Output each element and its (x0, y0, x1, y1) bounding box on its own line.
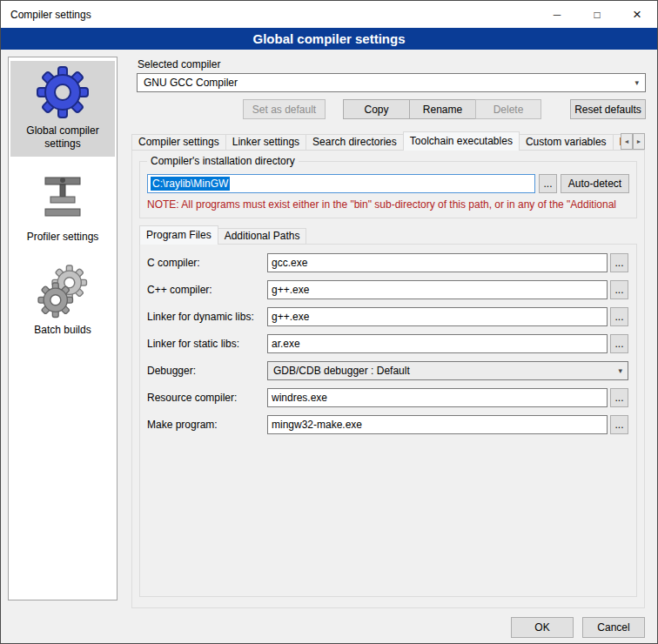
sidebar-item-profiler-settings[interactable]: Profiler settings (10, 167, 115, 250)
settings-category-list: Global compiler settings Profiler settin… (8, 57, 118, 600)
resource-compiler-row: Resource compiler: ... (147, 388, 628, 407)
debugger-row: Debugger: GDB/CDB debugger : Default ▾ (147, 361, 628, 380)
copy-button[interactable]: Copy (343, 99, 410, 119)
title-bar: Compiler settings ─ □ × (1, 1, 657, 28)
tab-scroll-left-button[interactable]: ◄ (621, 133, 633, 150)
sidebar-item-label: Profiler settings (12, 231, 113, 244)
resource-compiler-label: Resource compiler: (147, 392, 267, 404)
bin-subdirectory-note: NOTE: All programs must exist either in … (147, 198, 635, 211)
linker-static-row: Linker for static libs: ... (147, 334, 628, 353)
delete-button[interactable]: Delete (475, 99, 541, 119)
linker-dynamic-row: Linker for dynamic libs: ... (147, 307, 628, 326)
tab-search-directories[interactable]: Search directories (306, 134, 404, 151)
set-as-default-button[interactable]: Set as default (243, 99, 326, 119)
autodetect-button[interactable]: Auto-detect (561, 174, 629, 193)
make-program-browse-button[interactable]: ... (610, 415, 628, 434)
make-program-label: Make program: (147, 419, 267, 431)
cpp-compiler-row: C++ compiler: ... (147, 280, 628, 299)
arrow-left-icon: ◄ (624, 138, 630, 144)
maximize-button[interactable]: □ (577, 1, 617, 28)
reset-defaults-button[interactable]: Reset defaults (570, 99, 646, 119)
close-icon: × (633, 7, 641, 22)
installation-directory-group: Compiler's installation directory C:\ray… (139, 161, 637, 218)
resource-compiler-browse-button[interactable]: ... (610, 388, 628, 407)
window-title: Compiler settings (1, 9, 91, 21)
cpp-compiler-label: C++ compiler: (147, 284, 267, 296)
linker-static-label: Linker for static libs: (147, 338, 267, 350)
linker-dynamic-label: Linker for dynamic libs: (147, 311, 267, 323)
resource-compiler-input[interactable] (267, 388, 608, 407)
tab-toolchain-executables[interactable]: Toolchain executables (403, 131, 520, 151)
sidebar-item-global-compiler-settings[interactable]: Global compiler settings (10, 61, 115, 157)
cancel-button[interactable]: Cancel (582, 617, 645, 638)
installation-directory-group-label: Compiler's installation directory (147, 155, 299, 167)
debugger-label: Debugger: (147, 365, 267, 377)
installation-directory-row: C:\raylib\MinGW ... Auto-detect (147, 174, 629, 193)
maximize-icon: □ (594, 10, 600, 20)
linker-dynamic-input[interactable] (267, 307, 608, 326)
window-controls: ─ □ × (537, 1, 657, 28)
linker-dynamic-browse-button[interactable]: ... (610, 307, 628, 326)
sidebar-item-label: Global compiler settings (12, 124, 113, 151)
linker-static-browse-button[interactable]: ... (610, 334, 628, 353)
cpp-compiler-browse-button[interactable]: ... (610, 280, 628, 299)
batch-builds-gears-icon (35, 264, 91, 319)
minimize-button[interactable]: ─ (537, 1, 577, 28)
tab-custom-variables[interactable]: Custom variables (519, 134, 614, 151)
install-dir-selected-text: C:\raylib\MinGW (151, 177, 230, 191)
cpp-compiler-input[interactable] (267, 280, 608, 299)
program-files-panel: C compiler: ... C++ compiler: ... Linker… (139, 244, 637, 597)
tab-program-files[interactable]: Program Files (139, 225, 218, 245)
tab-scroll-right-button[interactable]: ► (633, 133, 645, 150)
ok-button[interactable]: OK (511, 617, 574, 638)
sidebar-item-label: Batch builds (12, 324, 113, 337)
install-dir-browse-button[interactable]: ... (539, 174, 557, 193)
settings-tab-strip: Compiler settings Linker settings Search… (131, 131, 622, 151)
selected-compiler-label: Selected compiler (138, 58, 220, 70)
c-compiler-browse-button[interactable]: ... (610, 253, 628, 272)
page-title: Global compiler settings (1, 28, 657, 50)
minimize-icon: ─ (554, 10, 561, 20)
debugger-value: GDB/CDB debugger : Default (273, 365, 410, 377)
chevron-down-icon: ▾ (634, 78, 639, 87)
rename-button[interactable]: Rename (409, 99, 476, 119)
sidebar-item-batch-builds[interactable]: Batch builds (10, 260, 115, 343)
tab-compiler-settings[interactable]: Compiler settings (131, 134, 226, 151)
c-compiler-label: C compiler: (147, 257, 267, 269)
profiler-clamp-icon (35, 171, 91, 226)
install-dir-input[interactable]: C:\raylib\MinGW (147, 174, 535, 193)
program-files-form: C compiler: ... C++ compiler: ... Linker… (147, 253, 628, 442)
chevron-down-icon: ▾ (618, 366, 622, 375)
close-button[interactable]: × (617, 1, 657, 28)
compiler-settings-window: Compiler settings ─ □ × Global compiler … (0, 0, 658, 644)
selected-compiler-dropdown[interactable]: GNU GCC Compiler ▾ (137, 73, 646, 92)
tab-linker-settings[interactable]: Linker settings (225, 134, 306, 151)
selected-compiler-value: GNU GCC Compiler (144, 77, 238, 89)
linker-static-input[interactable] (267, 334, 608, 353)
global-compiler-gear-icon (35, 64, 91, 120)
tab-additional-paths[interactable]: Additional Paths (218, 228, 307, 245)
debugger-dropdown[interactable]: GDB/CDB debugger : Default ▾ (267, 361, 628, 380)
program-files-tab-strip: Program Files Additional Paths (139, 225, 306, 245)
arrow-right-icon: ► (636, 138, 642, 144)
make-program-row: Make program: ... (147, 415, 628, 434)
c-compiler-row: C compiler: ... (147, 253, 628, 272)
make-program-input[interactable] (267, 415, 608, 434)
c-compiler-input[interactable] (267, 253, 608, 272)
toolchain-executables-panel: Compiler's installation directory C:\ray… (131, 150, 645, 608)
